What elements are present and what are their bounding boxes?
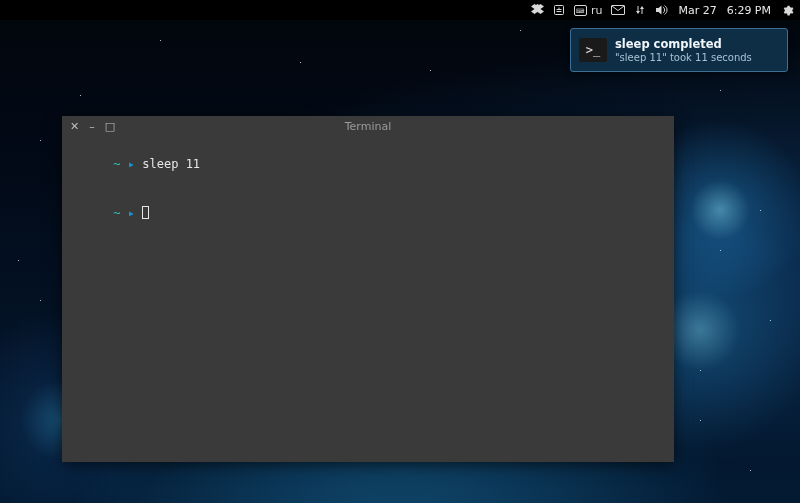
keyboard-icon: ⌨ [574,5,587,16]
terminal-title: Terminal [62,120,674,133]
notification-title: sleep completed [615,37,752,51]
system-tray: ⌨ ru [531,4,669,17]
terminal-titlebar[interactable]: ✕ – □ Terminal [62,116,674,136]
notification-toast[interactable]: >_ sleep completed "sleep 11" took 11 se… [570,28,788,72]
minimize-icon[interactable]: – [89,121,95,132]
terminal-cursor [142,206,149,219]
keyboard-layout-label: ru [591,4,603,17]
terminal-icon-glyph: >_ [586,43,600,57]
terminal-line: ~ ▸ [70,188,666,237]
dropbox-icon[interactable] [531,4,544,16]
close-icon[interactable]: ✕ [70,121,79,132]
notification-body: "sleep 11" took 11 seconds [615,51,752,64]
top-panel: ⌨ ru Mar 27 6:29 PM [0,0,800,20]
notification-text: sleep completed "sleep 11" took 11 secon… [615,37,752,64]
terminal-window[interactable]: ✕ – □ Terminal ~ ▸ sleep 11 ~ ▸ [62,116,674,462]
terminal-icon: >_ [579,38,607,62]
panel-time[interactable]: 6:29 PM [727,4,771,17]
settings-gear-icon[interactable] [781,4,794,17]
terminal-content[interactable]: ~ ▸ sleep 11 ~ ▸ [62,136,674,462]
terminal-command: sleep 11 [142,157,200,171]
volume-icon[interactable] [655,4,668,16]
terminal-line: ~ ▸ sleep 11 [70,140,666,188]
update-manager-icon[interactable] [553,4,565,16]
network-icon[interactable] [634,4,646,16]
panel-date[interactable]: Mar 27 [678,4,716,17]
keyboard-layout-indicator[interactable]: ⌨ ru [574,4,603,17]
mail-icon[interactable] [611,5,625,15]
maximize-icon[interactable]: □ [105,121,115,132]
